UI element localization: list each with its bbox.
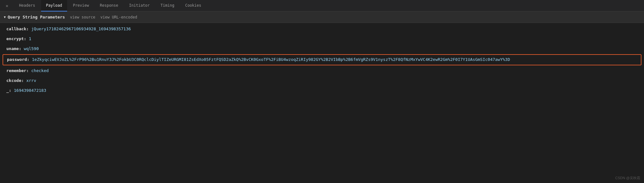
param-row-remember: remember: checked xyxy=(0,66,644,76)
param-row-uname: uname: wql590 xyxy=(0,44,644,54)
param-value-underscore: 1694398472183 xyxy=(14,88,46,93)
tab-response[interactable]: Response xyxy=(95,0,123,11)
section-title: ▼ Query String Parameters xyxy=(4,15,65,19)
param-value-callback: jQuery17102462967106934928_1694398357136 xyxy=(31,26,131,31)
tab-headers[interactable]: Headers xyxy=(14,0,40,11)
param-row-callback: callback: jQuery17102462967106934928_169… xyxy=(0,24,644,34)
param-value-ckcode: xrrv xyxy=(26,78,36,83)
tab-preview[interactable]: Preview xyxy=(68,0,94,11)
tab-payload[interactable]: Payload xyxy=(41,0,67,11)
param-key-encrypt: encrypt: xyxy=(6,36,26,41)
param-value-uname: wql590 xyxy=(24,46,39,51)
tab-initiator[interactable]: Initiator xyxy=(124,0,155,11)
param-row-ckcode: ckcode: xrrv xyxy=(0,76,644,86)
param-row-underscore: _: 1694398472183 xyxy=(0,86,644,96)
tab-timing[interactable]: Timing xyxy=(156,0,179,11)
param-key-password: password: xyxy=(7,57,29,62)
section-title-text: Query String Parameters xyxy=(8,15,65,19)
action-view-url-encoded[interactable]: view URL-encoded xyxy=(101,15,137,19)
param-key-callback: callback: xyxy=(6,26,29,31)
close-button[interactable]: ✕ xyxy=(3,1,11,10)
param-key-remember: remember: xyxy=(6,68,29,73)
params-content: callback: jQuery17102462967106934928_169… xyxy=(0,23,644,97)
param-value-password: 1eZkyqciwEVJoZL%2FrP96%2Bu1RnuY3J%2FokbU… xyxy=(32,57,510,62)
tab-cookies[interactable]: Cookies xyxy=(180,0,206,11)
action-view-source[interactable]: view source xyxy=(70,15,95,19)
collapse-triangle-icon[interactable]: ▼ xyxy=(4,15,6,19)
param-row-password: password: 1eZkyqciwEVJoZL%2FrP96%2Bu1Rnu… xyxy=(3,54,641,65)
watermark: CSDN @吴秋霜 xyxy=(615,176,640,180)
param-key-underscore: _: xyxy=(6,88,11,93)
param-value-remember: checked xyxy=(31,68,49,73)
param-key-ckcode: ckcode: xyxy=(6,78,24,83)
tab-bar: ✕ HeadersPayloadPreviewResponseInitiator… xyxy=(0,0,644,11)
param-key-uname: uname: xyxy=(6,46,21,51)
section-header: ▼ Query String Parameters view sourcevie… xyxy=(0,11,644,23)
param-row-encrypt: encrypt: 1 xyxy=(0,34,644,44)
close-icon: ✕ xyxy=(6,3,8,8)
param-value-encrypt: 1 xyxy=(29,36,31,41)
